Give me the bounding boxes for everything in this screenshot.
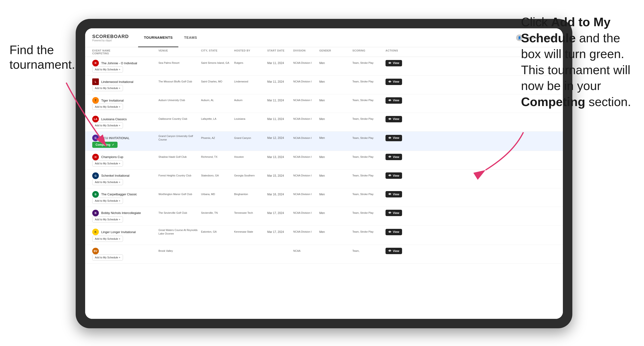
col-scoring: SCORING bbox=[352, 49, 386, 52]
event-name-cell: H Champions Cup bbox=[92, 154, 158, 160]
venue-cell: Great Waters Course At Reynolds Lake Oco… bbox=[158, 228, 201, 236]
add-to-schedule-button[interactable]: Add to My Schedule + bbox=[92, 254, 123, 261]
add-to-schedule-button[interactable]: Add to My Schedule + bbox=[92, 236, 123, 242]
gender-cell: Men bbox=[319, 156, 352, 159]
event-name: Champions Cup bbox=[101, 155, 123, 159]
venue-cell: Shadow Hawk Golf Club bbox=[158, 155, 201, 159]
venue-cell: Auburn University Club bbox=[158, 99, 201, 102]
division-cell: NCAA Division I bbox=[293, 117, 319, 121]
table-row: L Lindenwood Invitational The Missouri B… bbox=[85, 76, 563, 94]
event-name-cell: BV bbox=[92, 248, 158, 254]
arrow-right-indicator bbox=[481, 128, 528, 175]
actions-cell: 👁 View bbox=[386, 229, 423, 235]
scoring-cell: Team, Stroke Play bbox=[352, 136, 386, 140]
col-actions: ACTIONS bbox=[386, 49, 423, 52]
event-name-cell: G Schenkel Invitational bbox=[92, 173, 158, 179]
city-cell: Lafayette, LA bbox=[201, 117, 234, 121]
table-row: K Linger Longer Invitational Great Water… bbox=[85, 226, 563, 245]
scoring-cell: Team, Stroke Play bbox=[352, 192, 386, 196]
view-button[interactable]: 👁 View bbox=[386, 135, 402, 141]
scoring-cell: Team, Stroke Play bbox=[352, 117, 386, 121]
annotation-left: Find the tournament. bbox=[10, 42, 75, 72]
annotation-right: Click Add to My Schedule and the box wil… bbox=[521, 14, 634, 110]
logo-area: SCOREBOARD Powered by clippd bbox=[92, 34, 129, 42]
competing-cell: Add to My Schedule + bbox=[92, 216, 158, 222]
competing-cell: Add to My Schedule + bbox=[92, 66, 158, 72]
col-event-name: EVENT NAME bbox=[92, 49, 158, 52]
eye-icon: 👁 bbox=[388, 192, 392, 196]
division-cell: NCAA Division I bbox=[293, 230, 319, 234]
gender-cell: Men bbox=[319, 193, 352, 196]
view-button[interactable]: 👁 View bbox=[386, 79, 402, 85]
app-logo: SCOREBOARD bbox=[92, 34, 129, 39]
date-cell: Mar 12, 2024 bbox=[267, 136, 293, 140]
table-header: EVENT NAME VENUE CITY, STATE HOSTED BY S… bbox=[85, 47, 563, 57]
table-row: B The Carpetbagger Classic Worthington M… bbox=[85, 188, 563, 207]
add-to-schedule-button[interactable]: Add to My Schedule + bbox=[92, 179, 123, 185]
view-button[interactable]: 👁 View bbox=[386, 116, 402, 122]
actions-cell: 👁 View bbox=[386, 135, 423, 141]
city-cell: Phoenix, AZ bbox=[201, 136, 234, 140]
actions-cell: 👁 View bbox=[386, 79, 423, 85]
team-logo: R bbox=[92, 60, 99, 66]
tab-tournaments[interactable]: TOURNAMENTS bbox=[138, 28, 178, 47]
scoring-cell: Team, Stroke Play bbox=[352, 80, 386, 83]
col-venue: VENUE bbox=[158, 49, 201, 52]
add-to-schedule-button[interactable]: Add to My Schedule + bbox=[92, 216, 123, 222]
city-cell: Saint Simons Island, GA bbox=[201, 61, 234, 65]
event-name-cell: B Bobby Nichols Intercollegiate bbox=[92, 210, 158, 216]
eye-icon: 👁 bbox=[388, 117, 392, 121]
gender-cell: Men bbox=[319, 99, 352, 102]
scoring-cell: Team, bbox=[352, 249, 386, 253]
division-cell: NCAA Division I bbox=[293, 136, 319, 140]
actions-cell: 👁 View bbox=[386, 191, 423, 197]
hosted-cell: Georgia Southern bbox=[234, 174, 267, 177]
tab-teams[interactable]: TEAMS bbox=[178, 28, 203, 47]
add-to-schedule-button[interactable]: Add to My Schedule + bbox=[92, 66, 123, 72]
view-button[interactable]: 👁 View bbox=[386, 97, 402, 104]
view-button[interactable]: 👁 View bbox=[386, 173, 402, 179]
scoring-cell: Team, Stroke Play bbox=[352, 230, 386, 234]
competing-cell: Add to My Schedule + bbox=[92, 198, 158, 204]
competing-cell: Add to My Schedule + bbox=[92, 179, 158, 185]
table-row: BV Brook Valley NCAA Team, 👁 View Add to… bbox=[85, 245, 563, 264]
city-cell: Auburn, AL bbox=[201, 99, 234, 102]
gender-cell: Men bbox=[319, 136, 352, 140]
view-button[interactable]: 👁 View bbox=[386, 191, 402, 197]
scoring-cell: Team, Stroke Play bbox=[352, 174, 386, 177]
event-name: Linger Longer Invitational bbox=[101, 230, 136, 234]
division-cell: NCAA Division I bbox=[293, 211, 319, 215]
view-button[interactable]: 👁 View bbox=[386, 210, 402, 216]
gender-cell: Men bbox=[319, 174, 352, 177]
eye-icon: 👁 bbox=[388, 249, 392, 253]
division-cell: NCAA Division I bbox=[293, 99, 319, 102]
actions-cell: 👁 View bbox=[386, 248, 423, 254]
venue-cell: The Missouri Bluffs Golf Club bbox=[158, 80, 201, 83]
view-button[interactable]: 👁 View bbox=[386, 248, 402, 254]
col-competing: COMPETING bbox=[92, 52, 158, 55]
eye-icon: 👁 bbox=[388, 174, 392, 177]
gender-cell: Men bbox=[319, 80, 352, 83]
venue-cell: Oakbourne Country Club bbox=[158, 117, 201, 121]
date-cell: Mar 11, 2024 bbox=[267, 99, 293, 102]
col-gender: GENDER bbox=[319, 49, 352, 52]
scoring-cell: Team, Stroke Play bbox=[352, 61, 386, 65]
division-cell: NCAA bbox=[293, 249, 319, 253]
event-name: The Carpetbagger Classic bbox=[101, 192, 137, 196]
view-button[interactable]: 👁 View bbox=[386, 60, 402, 66]
view-button[interactable]: 👁 View bbox=[386, 229, 402, 235]
actions-cell: 👁 View bbox=[386, 154, 423, 160]
division-cell: NCAA Division I bbox=[293, 192, 319, 196]
view-button[interactable]: 👁 View bbox=[386, 154, 402, 160]
scoring-cell: Team, Stroke Play bbox=[352, 211, 386, 215]
gender-cell: Men bbox=[319, 230, 352, 234]
add-to-schedule-button[interactable]: Add to My Schedule + bbox=[92, 160, 123, 167]
add-to-schedule-button[interactable]: Add to My Schedule + bbox=[92, 198, 123, 204]
city-cell: Sevierville, TN bbox=[201, 211, 234, 215]
division-cell: NCAA Division I bbox=[293, 174, 319, 177]
event-name: Bobby Nichols Intercollegiate bbox=[101, 211, 141, 215]
hosted-cell: Auburn bbox=[234, 99, 267, 102]
actions-cell: 👁 View bbox=[386, 60, 423, 66]
event-name: Schenkel Invitational bbox=[101, 174, 129, 177]
date-cell: Mar 11, 2024 bbox=[267, 61, 293, 65]
